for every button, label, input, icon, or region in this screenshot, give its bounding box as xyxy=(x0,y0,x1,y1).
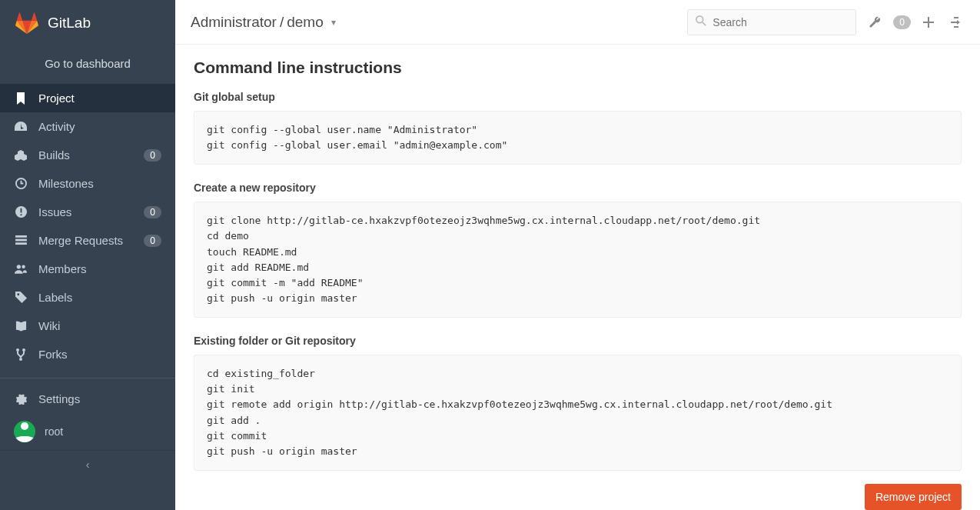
sidebar-item-label: Issues xyxy=(38,205,133,218)
svg-rect-14 xyxy=(923,22,934,23)
book-icon xyxy=(14,321,28,332)
sign-out-button[interactable] xyxy=(946,14,965,31)
sidebar-badge: 0 xyxy=(144,206,161,218)
sidebar-item-builds[interactable]: Builds 0 xyxy=(0,141,175,169)
content: Command line instructions Git global set… xyxy=(175,45,980,484)
tag-icon xyxy=(14,292,28,303)
section-heading: Create a new repository xyxy=(194,182,962,194)
sidebar-item-label: Project xyxy=(38,92,161,105)
section-heading: Git global setup xyxy=(194,91,962,103)
svg-rect-4 xyxy=(15,239,27,242)
user-name: root xyxy=(45,425,63,438)
code-block-global-setup[interactable]: git config --global user.name "Administr… xyxy=(194,111,962,165)
sidebar-item-merge-requests[interactable]: Merge Requests 0 xyxy=(0,226,175,255)
sidebar-user[interactable]: root xyxy=(0,413,175,450)
remove-project-button[interactable]: Remove project xyxy=(865,484,962,510)
brand-row[interactable]: GitLab xyxy=(0,0,175,48)
svg-point-11 xyxy=(19,358,22,361)
svg-rect-1 xyxy=(20,208,22,213)
gear-icon xyxy=(14,393,28,405)
sidebar-badge: 0 xyxy=(144,149,161,162)
svg-rect-2 xyxy=(20,214,22,215)
footer-actions: Remove project xyxy=(175,484,980,510)
chevron-down-icon: ▾ xyxy=(331,17,336,28)
section-heading: Existing folder or Git repository xyxy=(194,335,962,347)
code-block-existing[interactable]: cd existing_folder git init git remote a… xyxy=(194,355,962,471)
svg-point-6 xyxy=(17,265,21,268)
sidebar-item-members[interactable]: Members xyxy=(0,255,175,283)
search-box[interactable] xyxy=(687,9,856,35)
sidebar-item-issues[interactable]: Issues 0 xyxy=(0,198,175,226)
sidebar-item-labels[interactable]: Labels xyxy=(0,283,175,312)
sidebar-item-label: Milestones xyxy=(38,177,161,190)
code-block-new-repo[interactable]: git clone http://gitlab-ce.hxakzvpf0otez… xyxy=(194,202,962,318)
sidebar-item-label: Forks xyxy=(38,348,161,361)
svg-point-10 xyxy=(22,348,25,352)
breadcrumb[interactable]: Administrator / demo ▾ xyxy=(191,14,336,31)
new-button[interactable] xyxy=(920,14,937,31)
svg-point-9 xyxy=(16,348,19,352)
sidebar-badge: 0 xyxy=(144,235,161,247)
chevron-left-icon: ‹ xyxy=(86,458,90,471)
go-to-dashboard-link[interactable]: Go to dashboard xyxy=(0,48,175,84)
sidebar-nav: Project Activity Builds 0 Milestones Iss… xyxy=(0,84,175,368)
breadcrumb-separator: / xyxy=(280,14,284,31)
breadcrumb-project: demo xyxy=(287,14,324,31)
main: Administrator / demo ▾ 0 Command line in… xyxy=(175,0,980,510)
clock-icon xyxy=(14,178,28,189)
sidebar-settings-group: Settings xyxy=(0,378,175,413)
svg-point-7 xyxy=(22,265,25,268)
sidebar-item-label: Wiki xyxy=(38,319,161,332)
sidebar-item-settings[interactable]: Settings xyxy=(0,385,175,413)
sidebar: GitLab Go to dashboard Project Activity … xyxy=(0,0,175,510)
svg-point-12 xyxy=(696,16,703,23)
collapse-sidebar-button[interactable]: ‹ xyxy=(0,450,175,478)
bookmark-icon xyxy=(14,92,28,105)
svg-rect-3 xyxy=(15,235,27,238)
users-icon xyxy=(14,264,28,274)
search-icon xyxy=(696,15,706,28)
sidebar-item-label: Labels xyxy=(38,291,161,304)
svg-rect-5 xyxy=(15,242,27,245)
sidebar-item-label: Merge Requests xyxy=(38,234,133,247)
fork-icon xyxy=(14,348,28,361)
search-input[interactable] xyxy=(713,16,848,28)
sidebar-item-activity[interactable]: Activity xyxy=(0,112,175,141)
avatar xyxy=(14,421,35,442)
sidebar-item-label: Settings xyxy=(38,392,161,405)
sidebar-item-forks[interactable]: Forks xyxy=(0,340,175,368)
sidebar-item-label: Builds xyxy=(38,148,133,162)
cubes-icon xyxy=(14,150,28,161)
sidebar-item-label: Members xyxy=(38,262,161,275)
sidebar-item-project[interactable]: Project xyxy=(0,84,175,112)
svg-point-8 xyxy=(17,293,19,295)
breadcrumb-owner: Administrator xyxy=(191,14,277,31)
dashboard-icon xyxy=(14,122,28,132)
brand-name: GitLab xyxy=(48,15,91,32)
sidebar-item-label: Activity xyxy=(38,120,161,133)
gitlab-logo-icon xyxy=(15,12,38,34)
sidebar-item-milestones[interactable]: Milestones xyxy=(0,169,175,198)
admin-wrench-button[interactable] xyxy=(865,13,884,32)
sidebar-item-wiki[interactable]: Wiki xyxy=(0,312,175,340)
topbar: Administrator / demo ▾ 0 xyxy=(175,0,980,45)
tasks-icon xyxy=(14,235,28,245)
exclamation-icon xyxy=(14,206,28,218)
page-title: Command line instructions xyxy=(194,58,962,77)
todos-badge[interactable]: 0 xyxy=(893,15,911,29)
